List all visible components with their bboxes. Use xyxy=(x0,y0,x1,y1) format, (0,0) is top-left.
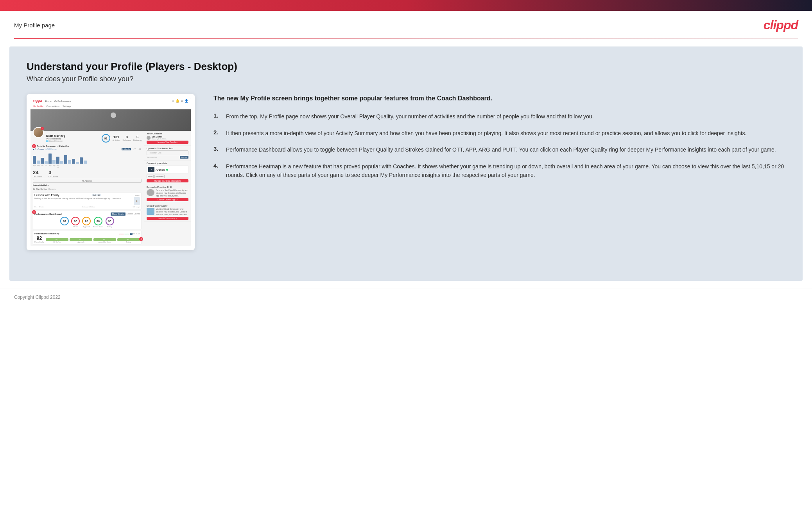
mockup-right-panel: Your Coaches Dan Daines Balmergyle Golf … xyxy=(144,131,191,246)
mockup-manage-integrations-btn[interactable]: Manage Your Data Integrations xyxy=(147,179,188,182)
mockup-lesson-text: Nothing to feel like my hips are rotatin… xyxy=(34,197,133,205)
mockup-ring-ott-circle: 90 xyxy=(71,217,80,225)
mockup-lesson-tags: Golf All xyxy=(92,194,101,196)
mockup-bar-12 xyxy=(76,162,79,164)
mockup-practice-item: Be one of the Clippd Community and disco… xyxy=(147,189,188,197)
header-divider xyxy=(14,38,798,39)
mockup-community-text: Visit the Clippd Community and discover … xyxy=(156,208,188,216)
mockup-ring-overall: 92 xyxy=(60,217,69,228)
mockup-ring-arg-circle: 86 xyxy=(94,217,102,225)
mockup-ring-putt-circle: 96 xyxy=(106,217,114,225)
mockup-lesson-videos: Videos and Videos xyxy=(82,206,95,208)
mockup-perf-toggle: Player Quality Strokes Gained xyxy=(111,212,140,216)
mockup-tab-6m: 6 Months xyxy=(122,148,131,150)
mockup-on-course-count-lbl: On Course xyxy=(33,175,42,178)
list-text-4: Performance Heatmap is a new feature tha… xyxy=(226,162,785,180)
mockup-off-course-count: 3 Off Course xyxy=(48,170,58,178)
mockup-community-img xyxy=(147,208,154,215)
mockup-ring-app-lbl: Approach xyxy=(82,226,91,228)
mockup-all-activities-btn[interactable]: All Activities xyxy=(33,179,142,183)
right-list: 1. From the top, My Profile page now sho… xyxy=(213,112,785,179)
mockup-latest-title: Latest Activity xyxy=(33,184,142,186)
mockup-nav: clippd Home My Performance ⊙ 🔔 ⚙ 👤 xyxy=(30,98,191,104)
mockup-heatmap-bar-putt: 96 .. xyxy=(117,238,140,241)
mockup-performance-dashboard: 3 Performance Dashboard Player Quality S… xyxy=(33,211,142,229)
mockup-bar-7 xyxy=(56,157,59,164)
mockup-chart-label-5: Aug xyxy=(48,164,52,168)
header: My Profile page clippd xyxy=(0,11,812,38)
mockup-ring-overall-circle: 92 xyxy=(60,217,69,225)
mockup-manage-coaches-btn[interactable]: Manage Your Coaches xyxy=(147,141,188,144)
mockup-disconnect-btn[interactable]: Disconnect xyxy=(154,175,165,178)
main-content: Understand your Profile (Players - Deskt… xyxy=(9,46,803,281)
mockup-lesson-title: Lesson with Fondy xyxy=(34,194,59,196)
mockup-heatmap-lbl-ott: Off the Tee xyxy=(46,241,68,243)
list-number-2: 2. xyxy=(213,129,221,136)
mockup-ring-app-circle: 85 xyxy=(82,217,91,225)
list-number-4: 4. xyxy=(213,162,221,169)
mockup-tab-settings: Settings xyxy=(63,105,71,108)
mockup-heatmap-15: 15 xyxy=(136,233,137,235)
mockup-connect-btns: Arccos Disconnect xyxy=(147,175,188,178)
mockup-perf-header: Performance Dashboard Player Quality Str… xyxy=(34,212,140,216)
mockup-heatmap-bar-app: 85 .. xyxy=(70,238,92,241)
mockup-on-off-counts: 24 On Course 3 Off Course xyxy=(33,170,142,178)
mockup-launch-capture-btn[interactable]: Launch Capture App ↗ xyxy=(147,198,188,201)
mockup-heatmap-20: 20 xyxy=(138,233,140,235)
mockup-trackman-link: Trackman Link xyxy=(147,156,157,158)
mockup-avatar: 1 xyxy=(33,127,44,138)
mockup-lesson: Lesson with Fondy Golf All Lesson Nothin… xyxy=(33,192,142,209)
mockup-arccos-name: Arccos xyxy=(156,168,165,171)
mockup-followers-stat: 3 Followers xyxy=(122,135,131,141)
mockup-coach-avatar xyxy=(147,136,151,140)
mockup-heatmap-10: 10 xyxy=(133,233,135,235)
mockup-practice-img xyxy=(147,189,154,196)
mockup-toggle-quality[interactable]: Player Quality xyxy=(111,212,125,216)
mockup-performance-heatmap: Performance Heatmap ▬▬▬ ▬▬▬ 5 10 15 20 xyxy=(33,231,142,245)
mockup-chart-label-6: Sep xyxy=(52,164,56,168)
mockup-lesson-header: Lesson with Fondy Golf All Lesson xyxy=(34,194,140,196)
mockup-off-course-count-lbl: Off Course xyxy=(48,175,58,178)
mockup-arccos-btn[interactable]: Arccos xyxy=(147,175,154,178)
mockup-latest-activity: Latest Activity Blair McHarg Recently xyxy=(33,184,142,191)
mockup-followers-lbl: Followers xyxy=(122,139,131,141)
mockup-stats-row: 92 131 Activities 3 Followers xyxy=(102,134,142,143)
mockup-heatmap-cell-putt: 96 .. Putting xyxy=(117,238,140,243)
mockup-trackman-input[interactable]: Trackman Link xyxy=(147,150,188,155)
mockup-add-link-btn[interactable]: Add Link xyxy=(180,156,188,159)
mockup-followers-val: 3 xyxy=(122,135,131,139)
mockup-chart-labels: Apr May Jun Jul Aug Sep Aug 21 xyxy=(33,164,142,168)
two-col-layout: clippd Home My Performance ⊙ 🔔 ⚙ 👤 xyxy=(27,94,785,250)
mockup-location: 🌐 United Kingdom xyxy=(46,140,99,142)
mockup-toggle-strokes[interactable]: Strokes Gained xyxy=(127,212,140,216)
mockup-heatmap-overall-val: 92 xyxy=(34,236,44,241)
logo: clippd xyxy=(764,18,798,32)
mockup-lesson-tag-1: Golf xyxy=(92,194,97,196)
mockup-connect-arccos: A Arccos xyxy=(147,165,188,174)
copyright: Copyright Clippd 2022 xyxy=(14,295,61,300)
mockup-launch-community-btn[interactable]: Launch Community ↗ xyxy=(147,217,188,220)
mockup-nav-links: Home My Performance xyxy=(45,100,71,102)
mockup-chart-label-4: Jul xyxy=(45,164,48,168)
mockup-activity-title: Activity Summary · 6 Months xyxy=(33,145,142,147)
footer: Copyright Clippd 2022 xyxy=(0,289,812,305)
mockup-activity-text-1: Blair McHarg xyxy=(36,188,47,190)
mockup-connect-title: Connect your data xyxy=(147,162,188,164)
right-column: The new My Profile screen brings togethe… xyxy=(213,94,785,187)
mockup-off-course-val: 3 xyxy=(48,170,58,175)
mockup-lesson-subtitle: Lesson xyxy=(134,194,140,196)
list-item-4: 4. Performance Heatmap is a new feature … xyxy=(213,162,785,180)
mockup-body: 1 Blair McHarg Plus Handicap 🌐 United Ki… xyxy=(30,131,191,246)
mockup-bar-14 xyxy=(84,161,87,164)
mockup-lesson-body: Nothing to feel like my hips are rotatin… xyxy=(34,197,140,205)
mockup-nav-home: Home xyxy=(45,100,52,102)
mockup-inner: clippd Home My Performance ⊙ 🔔 ⚙ 👤 xyxy=(30,98,191,246)
mockup-lesson-media: ⊙ 1 Image xyxy=(133,206,140,208)
mockup-practice-title: Record a Practice Drill xyxy=(147,186,188,188)
mockup-ring-putt-lbl: Putting xyxy=(106,226,114,228)
mockup-hero-bg xyxy=(30,109,191,131)
left-column: clippd Home My Performance ⊙ 🔔 ⚙ 👤 xyxy=(27,94,195,250)
mockup-trackman-title: Upload a Trackman Test xyxy=(147,147,188,150)
mockup-hero-ball xyxy=(111,112,116,118)
mockup-bar-chart xyxy=(33,151,142,164)
